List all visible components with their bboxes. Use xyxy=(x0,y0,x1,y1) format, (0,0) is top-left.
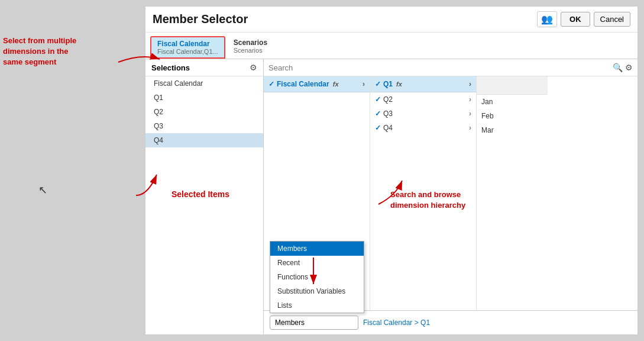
header-buttons: 👥 OK Cancel xyxy=(537,11,630,27)
chevron-right-icon: › xyxy=(469,110,471,118)
dialog-title: Member Selector xyxy=(153,12,248,26)
list-item[interactable]: Jan xyxy=(477,95,548,109)
tab-fiscal-calendar[interactable]: Fiscal Calendar Fiscal Calendar,Q1... xyxy=(150,36,225,59)
item-label: Q3 xyxy=(383,110,393,118)
hierarchy-col-fiscal-header: ✓ Fiscal Calendar fx › xyxy=(264,76,370,92)
list-item[interactable]: Mar xyxy=(477,123,548,137)
check-icon: ✓ xyxy=(375,110,381,118)
dropdown-menu: Members Recent Functions Substitution Va… xyxy=(270,241,364,313)
check-icon: ✓ xyxy=(268,80,274,88)
list-item[interactable]: Feb xyxy=(477,109,548,123)
dropdown-item-substitution[interactable]: Substitution Variables xyxy=(270,284,364,298)
hierarchy-col-q1: ✓ Q1 fx › ✓ Q2 › ✓ Q3 xyxy=(370,76,477,310)
bottom-bar: Members Recent Functions Substitution Va… xyxy=(264,310,637,334)
q1-label: Q1 xyxy=(383,80,393,88)
tab-fiscal-calendar-name: Fiscal Calendar xyxy=(157,40,218,48)
dropdown-item-functions[interactable]: Functions xyxy=(270,270,364,284)
annotation-select-multiple: Select from multipledimensions in thesam… xyxy=(3,36,76,68)
ok-button[interactable]: OK xyxy=(561,12,590,27)
fx-icon: fx xyxy=(333,81,339,88)
search-input[interactable] xyxy=(268,63,610,72)
list-item[interactable]: Q2 xyxy=(145,105,263,119)
search-bar: 🔍 ⚙ xyxy=(264,59,637,76)
member-selector-dialog: Member Selector 👥 OK Cancel Fiscal Calen… xyxy=(145,6,638,335)
view-selector: Members Recent Functions Substitution Va… xyxy=(270,316,358,330)
cursor-icon: ↖ xyxy=(38,184,47,197)
hierarchy-col-q1-body: ✓ Q2 › ✓ Q3 › ✓ Q4 › xyxy=(370,92,476,310)
tab-fiscal-calendar-value: Fiscal Calendar,Q1... xyxy=(157,48,218,55)
chevron-right-icon: › xyxy=(469,80,471,88)
hierarchy-col-months-header xyxy=(477,76,548,95)
right-panel: 🔍 ⚙ ✓ Fiscal Calendar fx › xyxy=(264,59,637,334)
hierarchy-col-months: Jan Feb Mar xyxy=(477,76,548,310)
dropdown-item-lists[interactable]: Lists xyxy=(270,298,364,313)
list-item[interactable]: Q1 xyxy=(145,91,263,105)
view-select-dropdown[interactable]: Members Recent Functions Substitution Va… xyxy=(270,316,358,330)
check-icon: ✓ xyxy=(375,95,381,104)
fx-icon: fx xyxy=(396,81,402,88)
selections-gear-icon[interactable]: ⚙ xyxy=(250,63,257,72)
hierarchy-col-q1-header: ✓ Q1 fx › xyxy=(370,76,476,92)
dimension-tabs: Fiscal Calendar Fiscal Calendar,Q1... Sc… xyxy=(145,33,637,59)
selections-title: Selections xyxy=(151,63,190,72)
dialog-body: Selections ⚙ Fiscal Calendar Q1 Q2 Q3 Q4… xyxy=(145,59,637,334)
tab-scenarios-name: Scenarios xyxy=(234,38,281,47)
item-label: Q2 xyxy=(383,95,393,104)
list-item[interactable]: Q3 xyxy=(145,119,263,133)
chevron-right-icon: › xyxy=(363,80,365,88)
check-icon: ✓ xyxy=(375,80,381,88)
chevron-right-icon: › xyxy=(469,124,471,132)
list-item[interactable]: Fiscal Calendar xyxy=(145,76,263,91)
search-icon-button[interactable]: 🔍 xyxy=(613,63,623,72)
selections-panel: Selections ⚙ Fiscal Calendar Q1 Q2 Q3 Q4 xyxy=(145,59,264,334)
list-item[interactable]: Q4 xyxy=(145,133,263,147)
selections-header: Selections ⚙ xyxy=(145,59,263,76)
cancel-button[interactable]: Cancel xyxy=(594,12,630,27)
hierarchy-item[interactable]: ✓ Q2 › xyxy=(370,92,476,107)
hierarchy-item[interactable]: ✓ Q4 › xyxy=(370,121,476,135)
item-label: Q4 xyxy=(383,124,393,132)
tab-scenarios-value: Scenarios xyxy=(234,47,281,54)
hierarchy-col-months-body: Jan Feb Mar xyxy=(477,95,548,310)
user-icon-button[interactable]: 👥 xyxy=(537,11,557,27)
fiscal-calendar-label: Fiscal Calendar xyxy=(277,80,329,88)
dialog-header: Member Selector 👥 OK Cancel xyxy=(145,7,637,33)
hierarchy-item[interactable]: ✓ Q3 › xyxy=(370,107,476,121)
tab-scenarios[interactable]: Scenarios Scenarios xyxy=(228,36,287,59)
dropdown-item-members[interactable]: Members xyxy=(270,242,364,256)
check-icon: ✓ xyxy=(375,124,381,132)
chevron-right-icon: › xyxy=(469,95,471,104)
selections-list: Fiscal Calendar Q1 Q2 Q3 Q4 xyxy=(145,76,263,334)
breadcrumb: Fiscal Calendar > Q1 xyxy=(363,319,430,327)
search-settings-icon[interactable]: ⚙ xyxy=(625,63,633,72)
dropdown-item-recent[interactable]: Recent xyxy=(270,256,364,270)
